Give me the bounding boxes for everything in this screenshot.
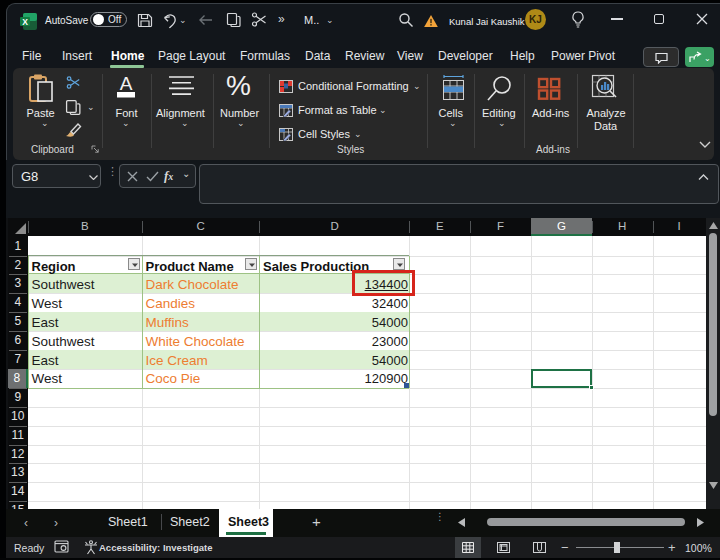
svg-text:X: X xyxy=(22,17,28,27)
svg-text:A: A xyxy=(120,74,133,94)
